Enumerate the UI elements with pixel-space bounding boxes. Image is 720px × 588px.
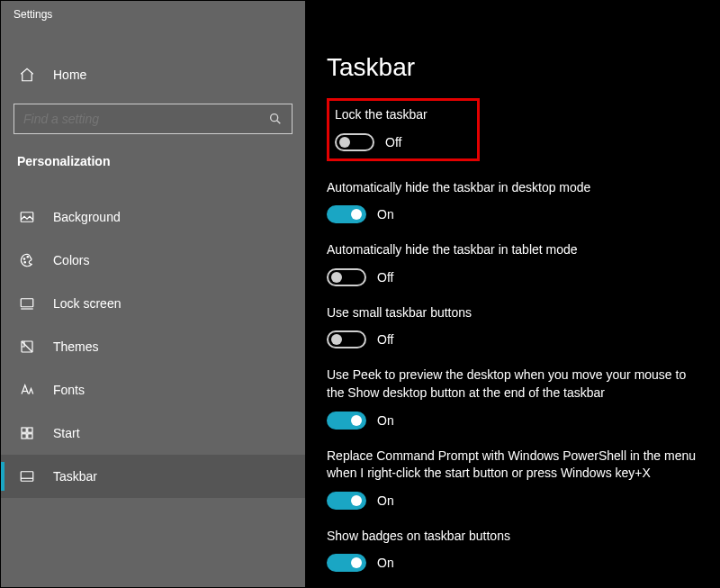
window-title: Settings [1,1,305,28]
content: Taskbar Lock the taskbarOffAutomatically… [305,1,719,587]
toggle-state-label: Off [377,270,393,285]
setting-show-badges: Show badges on taskbar buttonsOn [327,528,698,573]
setting-replace-cmd: Replace Command Prompt with Windows Powe… [327,448,698,510]
toggle-row: Off [335,133,470,151]
toggle-show-badges[interactable] [327,554,366,572]
sidebar-item-label: Lock screen [53,296,121,311]
colors-icon [17,252,37,268]
sidebar: Settings Home [1,1,305,587]
nav-list: BackgroundColorsLock screenThemesFontsSt… [1,195,305,498]
setting-label: Automatically hide the taskbar in deskto… [327,179,698,197]
sidebar-item-label: Themes [53,339,99,354]
sidebar-item-label: Fonts [53,383,85,397]
svg-rect-10 [22,428,26,432]
toggle-autohide-tablet[interactable] [327,268,366,286]
lock-screen-icon [17,295,37,312]
nav-home-label: Home [53,68,86,82]
setting-label: Use small taskbar buttons [327,304,698,322]
toggle-replace-cmd[interactable] [327,492,366,510]
svg-rect-14 [21,472,33,482]
toggle-row: On [327,205,698,223]
toggle-row: Off [327,268,698,286]
sidebar-item-background[interactable]: Background [1,195,305,239]
search-box[interactable] [14,104,292,134]
sidebar-item-label: Background [53,210,121,224]
sidebar-item-themes[interactable]: Themes [1,325,305,368]
home-icon [17,67,37,83]
sidebar-item-taskbar[interactable]: Taskbar [1,455,305,498]
nav-home[interactable]: Home [1,55,305,95]
page-title: Taskbar [327,53,698,82]
toggle-lock-taskbar[interactable] [335,133,374,151]
svg-rect-2 [21,213,33,222]
setting-label: Replace Command Prompt with Windows Powe… [327,448,698,483]
toggle-state-label: On [377,556,394,570]
setting-label: Automatically hide the taskbar in tablet… [327,241,698,259]
svg-point-5 [27,257,29,258]
settings-list: Lock the taskbarOffAutomatically hide th… [327,98,698,572]
sidebar-item-label: Start [53,426,80,440]
svg-line-1 [277,121,281,124]
taskbar-icon [17,468,37,484]
sidebar-item-fonts[interactable]: Fonts [1,368,305,412]
setting-label: Use Peek to preview the desktop when you… [327,366,698,402]
svg-rect-13 [28,434,32,439]
svg-point-3 [23,258,25,260]
toggle-use-peek[interactable] [327,412,366,430]
themes-icon [17,339,37,355]
toggle-state-label: On [377,413,394,428]
toggle-row: On [327,492,698,510]
setting-lock-taskbar: Lock the taskbarOff [327,98,480,161]
sidebar-item-colors[interactable]: Colors [1,239,305,282]
svg-rect-11 [28,428,32,432]
setting-label: Show badges on taskbar buttons [327,528,698,546]
toggle-knob [339,137,350,148]
svg-point-4 [24,262,26,264]
toggle-knob [351,209,362,220]
toggle-row: Off [327,330,698,348]
setting-use-peek: Use Peek to preview the desktop when you… [327,366,698,429]
sidebar-item-label: Taskbar [53,469,97,484]
setting-autohide-tablet: Automatically hide the taskbar in tablet… [327,241,698,286]
fonts-icon [17,382,37,398]
nav-area: Home Personalization BackgroundColorsLoc… [1,28,305,587]
toggle-state-label: Off [385,135,401,149]
toggle-knob [331,334,342,345]
sidebar-item-start[interactable]: Start [1,412,305,455]
svg-point-0 [271,114,278,122]
toggle-row: On [327,412,698,430]
svg-rect-6 [21,299,33,307]
selection-indicator [1,462,4,491]
start-icon [17,425,37,441]
toggle-knob [351,495,362,506]
search-input[interactable] [23,112,268,126]
setting-small-buttons: Use small taskbar buttonsOff [327,304,698,349]
toggle-row: On [327,554,698,572]
background-icon [17,209,37,225]
search-icon [268,112,283,126]
setting-autohide-desktop: Automatically hide the taskbar in deskto… [327,179,698,224]
toggle-knob [351,557,362,568]
svg-rect-12 [22,434,26,439]
search-wrap [14,104,292,134]
setting-label: Lock the taskbar [335,106,470,124]
toggle-state-label: On [377,493,394,508]
toggle-small-buttons[interactable] [327,330,366,348]
toggle-state-label: On [377,207,394,222]
settings-window: Settings Home [0,0,720,588]
toggle-state-label: Off [377,332,393,347]
toggle-knob [331,272,342,283]
sidebar-item-label: Colors [53,253,89,267]
toggle-autohide-desktop[interactable] [327,205,366,223]
toggle-knob [351,415,362,426]
section-label: Personalization [1,143,305,177]
sidebar-item-lock-screen[interactable]: Lock screen [1,282,305,325]
